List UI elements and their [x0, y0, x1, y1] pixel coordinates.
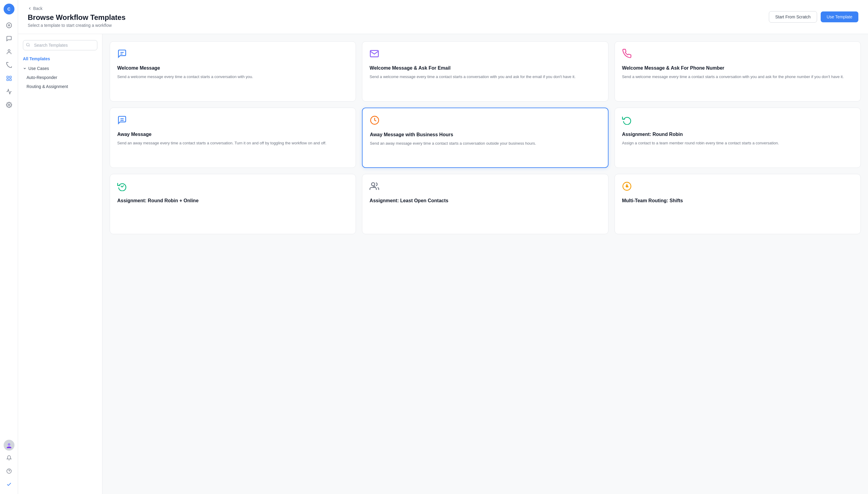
template-description: Send a welcome message every time a cont…: [117, 74, 348, 80]
template-description: Send a welcome message every time a cont…: [622, 74, 853, 80]
body-layout: All Templates Use Cases Auto-Responder R…: [18, 34, 868, 494]
multi-team-icon: [622, 182, 853, 193]
template-description: Send an away message every time a contac…: [117, 140, 348, 146]
settings-nav-icon[interactable]: [3, 99, 15, 111]
template-card-round-robin[interactable]: Assignment: Round Robin Assign a contact…: [615, 108, 861, 168]
svg-rect-6: [9, 79, 11, 81]
user-avatar[interactable]: [4, 440, 15, 451]
help-nav-icon[interactable]: [3, 465, 15, 477]
template-title: Away Message with Business Hours: [370, 132, 600, 137]
svg-line-13: [29, 45, 30, 46]
workflow-nav-icon[interactable]: [3, 72, 15, 84]
chat-nav-icon[interactable]: [3, 33, 15, 44]
welcome-message-icon: [117, 49, 348, 61]
svg-rect-3: [7, 76, 8, 78]
all-templates-filter[interactable]: All Templates: [23, 56, 97, 61]
template-description: Send an away message every time a contac…: [370, 140, 600, 147]
template-card-welcome-email[interactable]: Welcome Message & Ask For Email Send a w…: [362, 41, 608, 101]
use-cases-label: Use Cases: [28, 66, 49, 71]
nav-avatar: C: [4, 4, 15, 15]
start-from-scratch-button[interactable]: Start From Scratch: [769, 11, 817, 23]
template-card-round-robin-online[interactable]: Assignment: Round Robin + Online: [110, 174, 356, 234]
back-button[interactable]: Back: [28, 6, 126, 11]
use-cases-section[interactable]: Use Cases: [23, 66, 97, 71]
use-template-button[interactable]: Use Template: [821, 12, 859, 22]
contacts-nav-icon[interactable]: [3, 46, 15, 58]
template-card-multi-team[interactable]: Multi-Team Routing: Shifts: [615, 174, 861, 234]
svg-point-21: [626, 185, 628, 187]
template-card-away-business-hours[interactable]: Away Message with Business Hours Send an…: [362, 108, 608, 168]
svg-point-9: [7, 446, 12, 448]
svg-point-2: [8, 50, 10, 52]
sidebar-filters: All Templates Use Cases Auto-Responder R…: [18, 34, 102, 494]
template-title: Multi-Team Routing: Shifts: [622, 198, 853, 204]
templates-grid: Welcome Message Send a welcome message e…: [110, 41, 861, 234]
svg-point-7: [8, 104, 9, 106]
least-open-icon: [369, 182, 601, 193]
template-title: Welcome Message & Ask For Email: [369, 65, 601, 71]
main-content: Back Browse Workflow Templates Select a …: [18, 0, 868, 494]
broadcast-nav-icon[interactable]: [3, 59, 15, 71]
svg-point-12: [26, 43, 29, 46]
away-message-icon: [117, 115, 348, 127]
welcome-phone-icon: [622, 49, 853, 61]
template-card-welcome-phone[interactable]: Welcome Message & Ask For Phone Number S…: [615, 41, 861, 101]
page-header: Back Browse Workflow Templates Select a …: [18, 0, 868, 34]
template-title: Away Message: [117, 132, 348, 137]
template-description: Send a welcome message every time a cont…: [369, 74, 601, 80]
auto-responder-filter[interactable]: Auto-Responder: [23, 73, 97, 82]
template-title: Assignment: Round Robin: [622, 132, 853, 137]
notifications-nav-icon[interactable]: [3, 452, 15, 464]
svg-point-19: [372, 183, 375, 186]
search-icon: [26, 43, 30, 48]
template-title: Welcome Message & Ask For Phone Number: [622, 65, 853, 71]
template-title: Assignment: Round Robin + Online: [117, 198, 348, 204]
template-title: Assignment: Least Open Contacts: [369, 198, 601, 204]
round-robin-icon: [622, 115, 853, 127]
svg-point-8: [7, 443, 10, 446]
page-title: Browse Workflow Templates: [28, 13, 126, 22]
svg-point-1: [8, 25, 9, 26]
search-box: [23, 40, 97, 50]
away-business-hours-icon: [370, 115, 600, 127]
template-description: Assign a contact to a team member round …: [622, 140, 853, 146]
reports-nav-icon[interactable]: [3, 86, 15, 98]
svg-rect-5: [7, 79, 8, 81]
routing-assignment-filter[interactable]: Routing & Assignment: [23, 82, 97, 91]
svg-point-0: [6, 23, 12, 28]
page-subtitle: Select a template to start creating a wo…: [28, 23, 126, 28]
round-robin-online-icon: [117, 182, 348, 193]
dashboard-nav-icon[interactable]: [3, 19, 15, 31]
header-actions: Start From Scratch Use Template: [769, 11, 859, 23]
template-title: Welcome Message: [117, 65, 348, 71]
header-left: Back Browse Workflow Templates Select a …: [28, 6, 126, 28]
done-nav-icon[interactable]: [3, 478, 15, 490]
templates-area: Welcome Message Send a welcome message e…: [102, 34, 868, 494]
template-card-least-open[interactable]: Assignment: Least Open Contacts: [362, 174, 608, 234]
svg-rect-4: [9, 76, 11, 78]
search-input[interactable]: [23, 40, 97, 50]
sidebar-nav: C: [0, 0, 18, 494]
welcome-email-icon: [369, 49, 601, 61]
template-card-away-message[interactable]: Away Message Send an away message every …: [110, 108, 356, 168]
template-card-welcome-message[interactable]: Welcome Message Send a welcome message e…: [110, 41, 356, 101]
